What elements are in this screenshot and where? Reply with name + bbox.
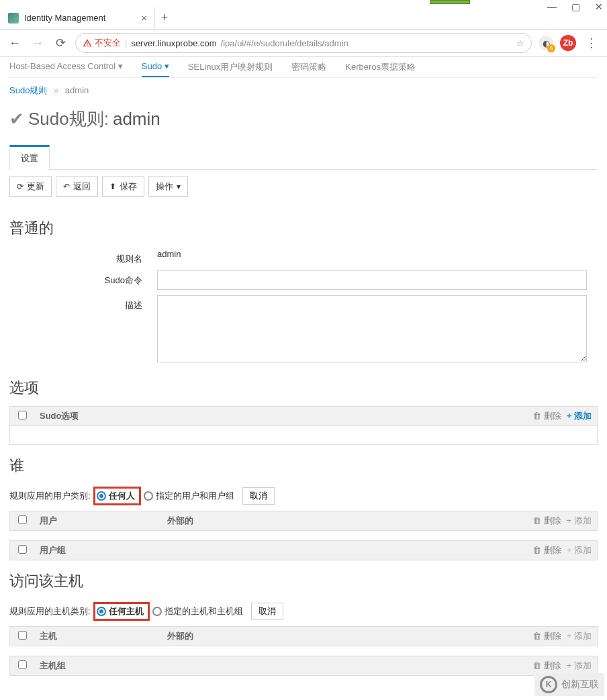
refresh-icon: ⟳ <box>17 182 24 191</box>
sudo-order-label: Sudo命令 <box>9 270 157 287</box>
access-hostgroups-col: 主机组 <box>34 660 71 672</box>
options-column-label: Sudo选项 <box>34 410 85 422</box>
who-anyone-highlight: 任何人 <box>93 487 141 505</box>
caret-down-icon: ▾ <box>177 182 181 191</box>
rule-name-value: admin <box>157 249 598 259</box>
check-icon: ✔ <box>9 109 24 130</box>
who-users-select-all[interactable] <box>18 515 27 524</box>
who-specified-radio[interactable] <box>144 491 153 501</box>
breadcrumb-separator-icon: » <box>54 85 58 95</box>
options-add-button[interactable]: + 添加 <box>567 410 592 422</box>
detail-tabs: 设置 <box>9 144 598 170</box>
security-warning: 不安全 <box>83 37 121 49</box>
nav-reload-icon[interactable]: ⟳ <box>52 35 68 51</box>
actions-button[interactable]: 操作 ▾ <box>148 177 188 197</box>
access-hostgroups-select-all[interactable] <box>18 660 27 669</box>
address-bar[interactable]: 不安全 | server.linuxprobe.com/ipa/ui/#/e/s… <box>75 33 532 53</box>
plus-icon: + <box>567 411 572 421</box>
section-access-host: 访问该主机 <box>9 560 598 599</box>
who-category-label: 规则应用的用户类别: <box>9 490 91 502</box>
url-path: /ipa/ui/#/e/sudorule/details/admin <box>221 38 348 48</box>
window-accent <box>430 0 470 4</box>
nav-kerberos[interactable]: Kerberos票据策略 <box>345 61 416 73</box>
description-textarea[interactable] <box>157 295 587 362</box>
undo-icon: ↶ <box>63 182 70 191</box>
tab-settings[interactable]: 设置 <box>9 145 50 170</box>
tab-title: Identity Management <box>24 13 105 23</box>
who-groups-col: 用户组 <box>34 544 71 556</box>
access-specified-radio[interactable] <box>152 607 162 616</box>
extension-badge: 6 <box>547 44 555 52</box>
access-hosts-select-all[interactable] <box>18 631 27 640</box>
tab-close-icon[interactable]: × <box>141 12 147 23</box>
access-hostgroups-delete[interactable]: 🗑 删除 <box>532 660 561 672</box>
rule-name-label: 规则名 <box>9 249 157 265</box>
who-groups-delete[interactable]: 🗑 删除 <box>532 544 561 556</box>
who-users-add[interactable]: + 添加 <box>567 515 592 527</box>
new-tab-button[interactable]: + <box>154 11 175 25</box>
access-external-col: 外部的 <box>162 630 199 642</box>
profile-avatar[interactable]: Zb <box>560 35 576 51</box>
warning-triangle-icon <box>83 38 92 48</box>
nav-back-icon[interactable]: ← <box>7 35 23 51</box>
options-select-all[interactable] <box>18 411 27 419</box>
window-close-icon[interactable]: ✕ <box>595 1 603 12</box>
access-anyhost-radio[interactable] <box>97 607 106 616</box>
breadcrumb-link[interactable]: Sudo规则 <box>9 85 47 95</box>
save-button[interactable]: ⬆保存 <box>102 177 144 197</box>
access-hostgroups-add[interactable]: + 添加 <box>567 660 592 672</box>
section-options: 选项 <box>9 367 598 406</box>
access-cancel-button[interactable]: 取消 <box>251 603 283 620</box>
section-who: 谁 <box>9 445 598 484</box>
nav-selinux[interactable]: SELinux用户映射规则 <box>188 61 273 73</box>
breadcrumb-current: admin <box>65 85 89 95</box>
nav-hbac[interactable]: Host-Based Access Control ▾ <box>9 61 123 73</box>
section-general: 普通的 <box>9 207 598 246</box>
url-host: server.linuxprobe.com <box>131 38 216 48</box>
nav-forward-icon: → <box>30 35 46 51</box>
who-groups-select-all[interactable] <box>18 545 27 554</box>
url-separator: | <box>125 38 127 48</box>
bookmark-star-icon[interactable]: ☆ <box>516 38 524 48</box>
who-users-delete[interactable]: 🗑 删除 <box>532 515 561 527</box>
who-anyone-radio[interactable] <box>97 491 106 501</box>
who-groups-add[interactable]: + 添加 <box>567 544 592 556</box>
extension-icon[interactable]: ◐6 <box>539 36 553 50</box>
options-table-body <box>9 426 598 445</box>
who-users-col: 用户 <box>34 515 162 527</box>
page-title: ✔ Sudo规则: admin <box>9 103 598 144</box>
browser-menu-icon[interactable]: ⋮ <box>583 36 600 50</box>
watermark-logo-icon: K <box>540 676 557 693</box>
breadcrumb: Sudo规则 » admin <box>9 78 598 103</box>
top-nav: Host-Based Access Control ▾ Sudo ▾ SELin… <box>9 57 598 78</box>
options-delete-button[interactable]: 🗑 删除 <box>532 410 561 422</box>
watermark: K 创新互联 <box>534 673 604 696</box>
nav-sudo[interactable]: Sudo ▾ <box>142 61 169 73</box>
back-button[interactable]: ↶返回 <box>56 177 98 197</box>
trash-icon: 🗑 <box>532 411 541 421</box>
sudo-order-input[interactable] <box>157 270 587 290</box>
access-hosts-delete[interactable]: 🗑 删除 <box>532 630 561 642</box>
who-cancel-button[interactable]: 取消 <box>242 487 275 505</box>
nav-password-policy[interactable]: 密码策略 <box>291 61 326 73</box>
window-minimize-icon[interactable]: — <box>547 1 557 12</box>
who-external-col: 外部的 <box>162 515 199 527</box>
browser-tab[interactable]: Identity Management × <box>0 7 154 30</box>
window-maximize-icon[interactable]: ▢ <box>571 1 580 12</box>
upload-icon: ⬆ <box>109 182 116 191</box>
access-category-label: 规则应用的主机类别: <box>9 605 91 617</box>
access-anyhost-highlight: 任何主机 <box>93 602 150 621</box>
refresh-button[interactable]: ⟳更新 <box>9 177 52 197</box>
access-hosts-add[interactable]: + 添加 <box>567 630 592 642</box>
description-label: 描述 <box>9 295 157 311</box>
access-hosts-col: 主机 <box>34 630 162 642</box>
favicon-icon <box>8 13 19 23</box>
